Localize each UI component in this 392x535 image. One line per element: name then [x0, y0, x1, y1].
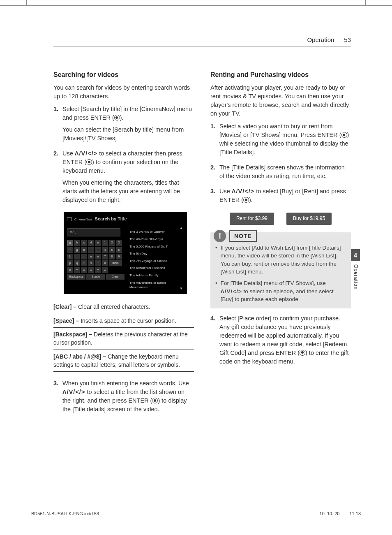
sc-key: u — [67, 267, 73, 273]
rent-button: Rent for $3.99 — [230, 213, 274, 225]
sc-result-item: The 7th Voyage of Sinbad — [129, 257, 182, 265]
left-intro: You can search for videos by entering se… — [53, 83, 194, 101]
step-number: 1. — [210, 122, 219, 160]
enter-icon — [243, 197, 249, 203]
step-number: 2. — [53, 149, 62, 208]
rent-buy-screenshot: Rent for $3.99 Buy for $19.95 — [210, 213, 351, 225]
sc-key: c — [81, 240, 87, 246]
sc-key: e — [95, 240, 101, 246]
right-step-2: 2. The [Title Details] screen shows the … — [210, 163, 351, 184]
step2-p1: Use Λ/V/</> to select a character then p… — [62, 149, 194, 175]
enter-icon — [86, 159, 92, 165]
sc-key: 0 — [102, 260, 108, 266]
sc-key: k — [67, 254, 73, 259]
footer-time: 11:18 — [349, 511, 361, 516]
buy-button: Buy for $19.95 — [286, 213, 332, 225]
side-tab: 4 Operation — [351, 249, 360, 290]
left-heading: Searching for videos — [53, 70, 194, 79]
sc-key: h — [81, 247, 87, 253]
step1-p1: Select [Search by title] in the [CinemaN… — [62, 105, 194, 122]
sc-title: Search by Title — [95, 216, 127, 222]
sc-key: m — [81, 254, 87, 259]
note-icon: ! — [214, 230, 226, 242]
sc-keyboard: abcde123fghij456klmno789pqrst0#@$uvwxyz — [67, 240, 125, 273]
rstep3: Use Λ/V/</> to select [Buy] or [Rent] an… — [219, 187, 351, 204]
enter-icon — [114, 115, 120, 120]
definition-row: [ABC / abc / #@$] – Change the keyboard … — [53, 350, 194, 372]
right-step-4: 4. Select [Place order] to confirm your … — [210, 314, 351, 369]
sc-key: 4 — [102, 247, 108, 253]
sc-result-item: The Accidental Husband — [129, 264, 182, 272]
definition-row: [Backspace] – Deletes the previous chara… — [53, 327, 194, 350]
right-step-3: 3. Use Λ/V/</> to select [Buy] or [Rent]… — [210, 187, 351, 208]
enter-icon — [152, 398, 158, 403]
right-heading: Renting and Purchasing videos — [210, 70, 351, 79]
sc-keyboard-bottom: Backspace Space Clear — [67, 274, 125, 280]
note-box: ! NOTE If you select [Add to Wish List] … — [210, 232, 351, 308]
sc-key: 1 — [102, 240, 108, 246]
rstep1: Select a video you want to buy or rent f… — [219, 122, 351, 157]
step-number: 4. — [210, 314, 219, 369]
sc-key: f — [67, 247, 73, 253]
sc-key: p — [67, 260, 73, 266]
sc-key: q — [74, 260, 80, 266]
folder-icon — [67, 217, 72, 221]
step2-p2: When you entering the characters, titles… — [62, 178, 194, 204]
step1-p2: You can select the [Serach by title] men… — [62, 125, 194, 143]
sc-result-item: The 40-Year-Old-Virgin — [129, 236, 182, 243]
sc-key: t — [95, 260, 101, 266]
sc-backspace: Backspace — [67, 274, 85, 280]
side-tab-number: 4 — [351, 249, 360, 261]
sc-result-item: The Adventures of Baron Munchausen — [129, 279, 182, 291]
note-item-2: For [Title Details] menu of [TV Shows], … — [215, 279, 346, 303]
definition-row: [Space] – Inserts a space at the cursor … — [53, 314, 194, 327]
header-page-number: 53 — [344, 36, 351, 43]
sc-key: d — [88, 240, 94, 246]
step-number: 3. — [53, 379, 62, 417]
definition-row: [Clear] – Clear all entered characters. — [53, 300, 194, 313]
sc-key: 2 — [109, 240, 115, 246]
sc-result-item: The 5,000 Fingers of Dr. T — [129, 243, 182, 250]
step-number: 1. — [53, 105, 62, 146]
page-footer: BD561-N-BUSALLK-ENG.indd 53 10. 10. 20 1… — [31, 511, 361, 516]
sc-key: z — [102, 267, 108, 273]
rstep4: Select [Place order] to confirm your pur… — [219, 314, 351, 366]
step-number: 3. — [210, 187, 219, 208]
sc-key: 7 — [102, 254, 108, 259]
right-intro: After activating your player, you are re… — [210, 83, 351, 118]
left-step-1: 1. Select [Search by title] in the [Cine… — [53, 105, 194, 146]
sc-key: s — [88, 260, 94, 266]
rstep2: The [Title Details] screen shows the inf… — [219, 163, 351, 181]
sc-key: b — [74, 240, 80, 246]
sc-key-symbols: #@$ — [109, 260, 122, 266]
right-column: Renting and Purchasing videos After acti… — [210, 70, 351, 420]
search-screenshot: CinemaNow Search by Title the_ abcde123f… — [64, 212, 187, 294]
sc-space: Space — [86, 274, 105, 280]
sc-key: r — [81, 260, 87, 266]
left-step-2: 2. Use Λ/V/</> to select a character the… — [53, 149, 194, 208]
step-number: 2. — [210, 163, 219, 184]
crop-mark-top — [0, 0, 392, 6]
sc-key: i — [88, 247, 94, 253]
enter-icon — [300, 350, 305, 356]
header-section: Operation — [307, 36, 334, 43]
note-label: NOTE — [229, 230, 257, 242]
step3-p1: When you finish entering the search word… — [62, 379, 194, 414]
sc-key: x — [88, 267, 94, 273]
sc-brand: CinemaNow — [74, 217, 92, 222]
left-column: Searching for videos You can search for … — [53, 70, 194, 420]
footer-file: BD561-N-BUSALLK-ENG.indd 53 — [31, 511, 99, 516]
sc-key: 3 — [116, 240, 122, 246]
crop-mark-left — [26, 0, 27, 6]
sc-key: y — [95, 267, 101, 273]
sc-key: a — [67, 240, 73, 246]
right-step-1: 1. Select a video you want to buy or ren… — [210, 122, 351, 160]
scroll-down-icon: ▼ — [180, 286, 183, 291]
note-item-1: If you select [Add to Wish List] from [T… — [215, 244, 346, 276]
page-header: Operation 53 — [307, 36, 351, 43]
sc-key: n — [88, 254, 94, 259]
crop-mark-right — [365, 0, 366, 6]
keyboard-definitions: [Clear] – Clear all entered characters.[… — [53, 300, 194, 372]
sc-key: w — [81, 267, 87, 273]
sc-key: 9 — [116, 254, 122, 259]
